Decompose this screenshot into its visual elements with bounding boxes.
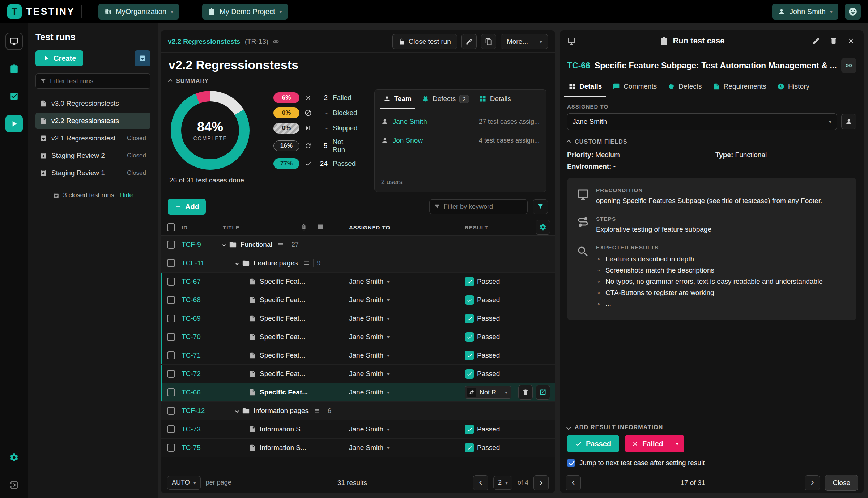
more-button[interactable]: More... [501, 34, 534, 49]
collapse-caret[interactable] [222, 243, 226, 246]
collapse-caret[interactable] [235, 409, 239, 413]
close-panel-button[interactable] [843, 33, 859, 48]
breadcrumb-run-link[interactable]: v2.2 Regressionstests [168, 38, 241, 46]
nav-test-runs[interactable] [5, 115, 23, 132]
col-result[interactable]: RESULT [465, 220, 555, 235]
testcase-id[interactable]: TC-66 [567, 61, 590, 71]
prev-testcase-button[interactable]: ‹ [566, 475, 581, 490]
result-value[interactable]: Passed [477, 296, 500, 304]
row-checkbox[interactable] [167, 425, 175, 433]
assignee-select[interactable]: Jane Smith▾ [349, 425, 465, 433]
row-checkbox[interactable] [167, 351, 175, 359]
table-row-testcase[interactable]: TC-67 Specific Feat... Jane Smith▾ Passe… [161, 273, 555, 291]
sidebar-item-run[interactable]: Staging Review 2 Closed [35, 147, 150, 164]
legend-label-link[interactable]: Not Run [332, 138, 357, 154]
more-results-button[interactable]: ▾ [670, 435, 684, 452]
row-id-link[interactable]: TCF-12 [182, 407, 205, 414]
add-result-toggle[interactable]: ADD RESULT INFORMATION [567, 424, 856, 431]
logout-button[interactable] [5, 476, 23, 494]
team-tab-details[interactable]: Details [476, 90, 515, 109]
table-row-testcase[interactable]: TC-71 Specific Feat... Jane Smith▾ Passe… [161, 346, 555, 365]
custom-fields-toggle[interactable]: CUSTOM FIELDS [567, 139, 856, 145]
tab-requirements[interactable]: Requirements [709, 77, 771, 97]
assignee-select[interactable]: Jane Smith▾ [349, 351, 465, 359]
row-checkbox[interactable] [167, 444, 175, 452]
member-name-link[interactable]: Jane Smith [393, 118, 427, 126]
row-checkbox[interactable] [167, 388, 175, 396]
more-caret-button[interactable]: ▾ [534, 34, 548, 49]
comment-icon[interactable] [317, 224, 324, 231]
table-row-testcase[interactable]: TC-69 Specific Feat... Jane Smith▾ Passe… [161, 309, 555, 328]
edit-run-button[interactable] [461, 34, 477, 49]
table-row-testcase[interactable]: TC-68 Specific Feat... Jane Smith▾ Passe… [161, 291, 555, 309]
row-id-link[interactable]: TC-75 [182, 444, 201, 451]
sidebar-item-run[interactable]: v2.1 Regressionstest Closed [35, 130, 150, 147]
row-checkbox[interactable] [167, 407, 175, 415]
set-failed-button[interactable]: Failed [625, 435, 670, 452]
set-passed-button[interactable]: Passed [567, 435, 619, 452]
feedback-button[interactable] [845, 4, 861, 20]
collapse-caret[interactable] [235, 261, 239, 265]
row-id-link[interactable]: TC-71 [182, 351, 201, 359]
row-id-link[interactable]: TC-66 [182, 388, 201, 396]
assign-user-button[interactable] [841, 114, 856, 129]
assignee-select[interactable]: Jane Smith▾ [349, 444, 465, 452]
result-value[interactable]: Passed [477, 370, 500, 378]
open-testcase-button[interactable] [536, 385, 550, 400]
table-row-testcase[interactable]: TC-73 Information S... Jane Smith▾ Passe… [161, 420, 555, 439]
result-value[interactable]: Passed [477, 425, 500, 433]
next-testcase-button[interactable]: › [805, 475, 820, 490]
select-all-checkbox[interactable] [167, 223, 175, 231]
delete-testcase-button[interactable] [826, 33, 841, 48]
assignee-select[interactable]: Jane Smith▾ [349, 296, 465, 304]
col-assigned[interactable]: ASSIGNED TO [349, 224, 465, 231]
assignee-select[interactable]: Jane Smith▾ [349, 370, 465, 378]
legend-label-link[interactable]: Passed [333, 160, 356, 168]
row-checkbox[interactable] [167, 315, 175, 322]
row-id-link[interactable]: TC-73 [182, 425, 201, 433]
row-id-link[interactable]: TC-72 [182, 370, 201, 377]
filter-keyword-input[interactable] [444, 203, 523, 211]
row-checkbox[interactable] [167, 278, 175, 286]
table-row-testcase[interactable]: TC-66 Specific Feat... Jane Smith▾ Not R… [161, 383, 555, 402]
nav-test-plans[interactable] [5, 88, 23, 105]
row-id-link[interactable]: TC-67 [182, 278, 201, 285]
result-value[interactable]: Passed [477, 351, 500, 359]
show-closed-runs-button[interactable] [135, 50, 150, 66]
row-checkbox[interactable] [167, 370, 175, 378]
row-checkbox[interactable] [167, 259, 175, 267]
advanced-filter-button[interactable] [533, 199, 548, 214]
row-checkbox[interactable] [167, 296, 175, 304]
jump-next-checkbox[interactable] [567, 459, 575, 467]
user-menu[interactable]: John Smith ▾ [772, 4, 838, 20]
attachment-icon[interactable] [301, 224, 307, 231]
row-id-link[interactable]: TCF-9 [182, 241, 201, 248]
row-id-link[interactable]: TCF-11 [182, 259, 204, 267]
legend-label-link[interactable]: Blocked [333, 109, 357, 117]
table-row-folder[interactable]: TCF-12 Information pages 6 [161, 402, 555, 420]
table-row-testcase[interactable]: TC-70 Specific Feat... Jane Smith▾ Passe… [161, 328, 555, 346]
tab-history[interactable]: History [773, 77, 814, 97]
assignee-select[interactable]: Jane Smith▾ [349, 388, 465, 396]
member-name-link[interactable]: Jon Snow [393, 136, 423, 144]
project-selector[interactable]: My Demo Project ▾ [202, 4, 288, 20]
table-settings-button[interactable] [536, 220, 550, 235]
close-test-run-button[interactable]: Close test run [392, 34, 457, 49]
row-checkbox[interactable] [167, 333, 175, 341]
app-logo[interactable]: T TESTINY [7, 4, 75, 19]
assignee-select[interactable]: Jane Smith▾ [349, 315, 465, 322]
result-value[interactable]: Passed [477, 333, 500, 341]
result-select[interactable]: Not R... ▾ [465, 386, 511, 399]
result-value[interactable]: Passed [477, 315, 500, 322]
table-row-testcase[interactable]: TC-75 Information S... Jane Smith▾ Passe… [161, 439, 555, 457]
filter-test-runs-input[interactable] [50, 77, 146, 85]
tab-details[interactable]: Details [564, 77, 606, 97]
team-tab-defects[interactable]: Defects 2 [418, 90, 473, 109]
edit-testcase-button[interactable] [809, 33, 824, 48]
prev-page-button[interactable]: ‹ [473, 475, 488, 490]
page-size-select[interactable]: AUTO▾ [167, 476, 201, 490]
col-title[interactable]: TITLE [223, 224, 240, 231]
tab-comments[interactable]: Comments [608, 77, 661, 97]
sidebar-item-run[interactable]: v2.2 Regressionstests [35, 113, 150, 129]
sidebar-item-run[interactable]: v3.0 Regressionstests [35, 95, 150, 112]
